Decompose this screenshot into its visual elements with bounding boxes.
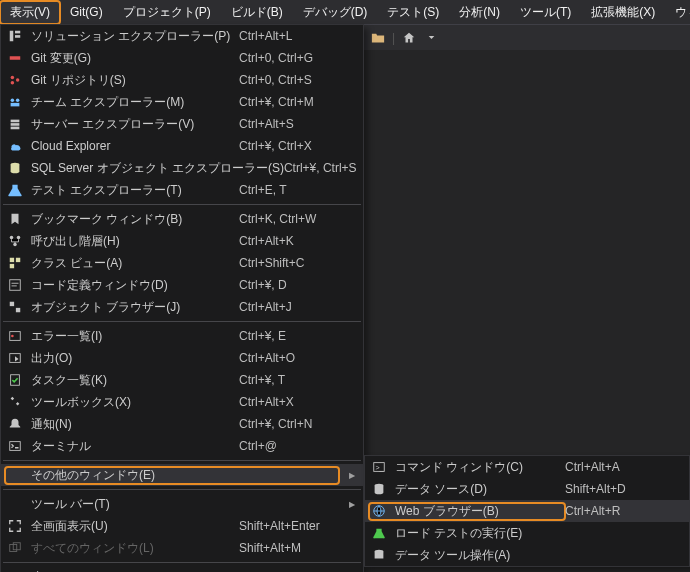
menu-item-label: すべてのウィンドウ(L) — [31, 540, 239, 557]
menu-item-shortcut: Shift+Alt+D — [565, 482, 665, 496]
menu-item-shortcut: Shift+Alt+Enter — [239, 519, 339, 533]
home-icon[interactable] — [401, 30, 417, 46]
cloud-explorer-icon — [5, 139, 25, 153]
team-explorer-icon — [5, 95, 25, 109]
data-source-icon — [369, 482, 389, 496]
menu-item-label: データ ソース(D) — [395, 481, 565, 498]
menu-item[interactable]: Web ブラウザー(B)Ctrl+Alt+R — [365, 500, 689, 522]
menu-item[interactable]: テスト エクスプローラー(T)Ctrl+E, T — [1, 179, 363, 201]
folder-icon[interactable] — [370, 30, 386, 46]
menu-item[interactable]: ソリューション エクスプローラー(P)Ctrl+Alt+L — [1, 25, 363, 47]
menu-item[interactable]: Cloud ExplorerCtrl+¥, Ctrl+X — [1, 135, 363, 157]
menubar-item[interactable]: ツール(T) — [510, 1, 581, 24]
menubar-item[interactable]: 拡張機能(X) — [581, 1, 665, 24]
menu-item-shortcut: Ctrl+¥, Ctrl+M — [239, 95, 339, 109]
svg-rect-9 — [11, 103, 20, 107]
svg-rect-24 — [16, 308, 20, 312]
menu-item[interactable]: データ ツール操作(A) — [365, 544, 689, 566]
menu-item[interactable]: 出力(O)Ctrl+Alt+O — [1, 347, 363, 369]
menu-item-label: ソリューション エクスプローラー(P) — [31, 28, 239, 45]
menu-item-label: 出力(O) — [31, 350, 239, 367]
menu-item[interactable]: ロード テストの実行(E) — [365, 522, 689, 544]
menu-item[interactable]: 全画面表示(U)Shift+Alt+Enter — [1, 515, 363, 537]
svg-point-4 — [11, 76, 15, 80]
code-definition-icon — [5, 278, 25, 292]
menubar-item[interactable]: Git(G) — [60, 2, 113, 22]
menubar-item[interactable]: ウィンドウ(W) — [665, 1, 690, 24]
menu-item[interactable]: Git リポジトリ(S)Ctrl+0, Ctrl+S — [1, 69, 363, 91]
menu-separator — [3, 460, 361, 461]
chevron-right-icon: ▶ — [349, 471, 355, 480]
menu-item[interactable]: データ ソース(D)Shift+Alt+D — [365, 478, 689, 500]
menu-item[interactable]: ターミナルCtrl+@ — [1, 435, 363, 457]
all-windows-icon — [5, 541, 25, 555]
menu-item-label: ツールボックス(X) — [31, 394, 239, 411]
menu-item-label: チーム エクスプローラー(M) — [31, 94, 239, 111]
menu-item[interactable]: チーム エクスプローラー(M)Ctrl+¥, Ctrl+M — [1, 91, 363, 113]
menu-item[interactable]: ツール バー(T)▶ — [1, 493, 363, 515]
bookmark-window-icon — [5, 212, 25, 226]
svg-point-8 — [16, 99, 20, 103]
command-window-icon: >_ — [369, 460, 389, 474]
menu-separator — [3, 562, 361, 563]
menu-item[interactable]: オブジェクト ブラウザー(J)Ctrl+Alt+J — [1, 296, 363, 318]
svg-rect-37 — [375, 552, 384, 559]
menu-item[interactable]: 戻る(B)Ctrl+- — [1, 566, 363, 572]
output-icon — [5, 351, 25, 365]
menu-item-shortcut: Ctrl+Alt+K — [239, 234, 339, 248]
menu-item-shortcut: Ctrl+E, T — [239, 183, 339, 197]
solution-explorer-icon — [5, 29, 25, 43]
menu-item[interactable]: タスク一覧(K)Ctrl+¥, T — [1, 369, 363, 391]
svg-rect-21 — [10, 264, 14, 268]
sql-explorer-icon — [5, 161, 25, 175]
menubar-item[interactable]: 表示(V) — [0, 1, 60, 24]
menu-item-label: オブジェクト ブラウザー(J) — [31, 299, 239, 316]
svg-rect-0 — [10, 31, 14, 42]
full-screen-icon — [5, 519, 25, 533]
menubar-item[interactable]: 分析(N) — [449, 1, 510, 24]
menu-item[interactable]: ツールボックス(X)Ctrl+Alt+X — [1, 391, 363, 413]
menu-item-label: 全画面表示(U) — [31, 518, 239, 535]
menu-item-label: クラス ビュー(A) — [31, 255, 239, 272]
task-list-icon — [5, 373, 25, 387]
menu-item[interactable]: コード定義ウィンドウ(D)Ctrl+¥, D — [1, 274, 363, 296]
menu-item-label: ロード テストの実行(E) — [395, 525, 665, 542]
menu-item[interactable]: SQL Server オブジェクト エクスプローラー(S)Ctrl+¥, Ctr… — [1, 157, 363, 179]
menu-item-shortcut: Ctrl+Alt+L — [239, 29, 339, 43]
menu-item[interactable]: 通知(N)Ctrl+¥, Ctrl+N — [1, 413, 363, 435]
menu-item-label: ターミナル — [31, 438, 239, 455]
menu-item[interactable]: 呼び出し階層(H)Ctrl+Alt+K — [1, 230, 363, 252]
menubar-item[interactable]: プロジェクト(P) — [113, 1, 221, 24]
menu-item[interactable]: その他のウィンドウ(E)▶ — [1, 464, 363, 486]
menu-item[interactable]: >_コマンド ウィンドウ(C)Ctrl+Alt+A — [365, 456, 689, 478]
menu-item[interactable]: Git 変更(G)Ctrl+0, Ctrl+G — [1, 47, 363, 69]
menu-item-shortcut: Ctrl+0, Ctrl+G — [239, 51, 339, 65]
menu-item[interactable]: クラス ビュー(A)Ctrl+Shift+C — [1, 252, 363, 274]
menu-item-shortcut: Shift+Alt+M — [239, 541, 339, 555]
menu-item-shortcut: Ctrl+¥, Ctrl+S — [284, 161, 384, 175]
menu-item-label: タスク一覧(K) — [31, 372, 239, 389]
menubar-item[interactable]: テスト(S) — [377, 1, 449, 24]
test-explorer-icon — [5, 183, 25, 197]
menu-item[interactable]: ブックマーク ウィンドウ(B)Ctrl+K, Ctrl+W — [1, 208, 363, 230]
svg-rect-19 — [10, 258, 14, 262]
svg-rect-29 — [10, 442, 21, 451]
menu-separator — [3, 489, 361, 490]
svg-point-17 — [17, 236, 21, 240]
menu-item-label: 戻る(B) — [31, 569, 239, 573]
notifications-icon — [5, 417, 25, 431]
server-explorer-icon — [5, 117, 25, 131]
svg-rect-2 — [15, 35, 20, 38]
menu-item-label: 呼び出し階層(H) — [31, 233, 239, 250]
svg-rect-11 — [11, 123, 20, 126]
chevron-down-icon[interactable] — [423, 30, 439, 46]
menu-item-label: Cloud Explorer — [31, 139, 239, 153]
class-view-icon — [5, 256, 25, 270]
menu-item[interactable]: サーバー エクスプローラー(V)Ctrl+Alt+S — [1, 113, 363, 135]
menu-item[interactable]: エラー一覧(I)Ctrl+¥, E — [1, 325, 363, 347]
svg-point-26 — [11, 335, 14, 338]
menubar-item[interactable]: ビルド(B) — [221, 1, 293, 24]
menubar-item[interactable]: デバッグ(D) — [293, 1, 378, 24]
menu-item-shortcut: Ctrl+@ — [239, 439, 339, 453]
view-menu-dropdown: ソリューション エクスプローラー(P)Ctrl+Alt+LGit 変更(G)Ct… — [0, 24, 364, 572]
